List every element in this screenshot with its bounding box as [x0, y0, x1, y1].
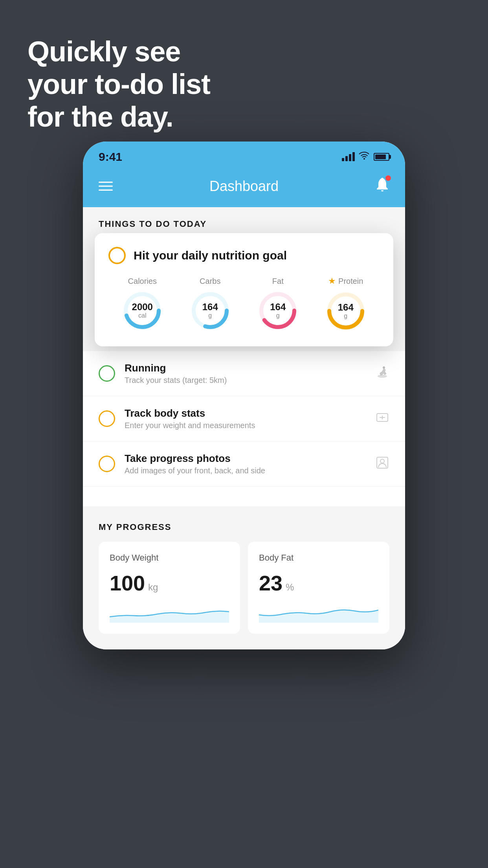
fat-unit: %: [286, 582, 294, 593]
weight-card-title: Body Weight: [110, 553, 229, 563]
todo-item-running[interactable]: Running Track your stats (target: 5km): [83, 351, 405, 396]
running-icon: [375, 365, 389, 382]
card-title: Hit your daily nutrition goal: [134, 249, 287, 262]
todo-text-bodystats: Track body stats Enter your weight and m…: [125, 407, 366, 430]
protein-label-row: ★ Protein: [328, 276, 363, 286]
nutrition-carbs: Carbs 164 g: [189, 277, 232, 332]
phone-mockup: 9:41 Dashboard: [83, 142, 405, 649]
todo-name-running: Running: [125, 362, 366, 374]
scale-icon: [375, 410, 389, 427]
weight-unit: kg: [148, 582, 158, 593]
todo-text-running: Running Track your stats (target: 5km): [125, 362, 366, 385]
todo-circle-bodystats: [99, 410, 115, 427]
fat-value-row: 23 %: [259, 571, 378, 595]
fat-chart: [259, 603, 378, 623]
notification-dot: [385, 175, 391, 181]
fat-number: 23: [259, 571, 283, 595]
status-time: 9:41: [99, 150, 122, 164]
fat-label: Fat: [272, 277, 284, 286]
todo-name-bodystats: Track body stats: [125, 407, 366, 419]
svg-point-12: [380, 459, 384, 463]
todo-item-bodystats[interactable]: Track body stats Enter your weight and m…: [83, 396, 405, 441]
person-icon: [375, 456, 389, 473]
calories-donut: 2000 cal: [121, 289, 164, 332]
fat-donut: 164 g: [256, 289, 299, 332]
todo-item-photos[interactable]: Take progress photos Add images of your …: [83, 441, 405, 487]
todo-desc-photos: Add images of your front, back, and side: [125, 466, 366, 475]
progress-title: MY PROGRESS: [99, 522, 389, 532]
weight-value-row: 100 kg: [110, 571, 229, 595]
todo-circle-nutrition[interactable]: [108, 247, 126, 264]
status-bar: 9:41: [83, 142, 405, 169]
status-icons: [342, 152, 389, 162]
protein-donut: 164 g: [324, 289, 367, 333]
header-title: Dashboard: [209, 178, 279, 195]
todo-circle-photos: [99, 456, 115, 472]
carbs-donut: 164 g: [189, 289, 232, 332]
nutrition-calories: Calories 2000 cal: [121, 277, 164, 332]
todo-text-photos: Take progress photos Add images of your …: [125, 452, 366, 475]
todo-circle-running: [99, 365, 115, 382]
weight-number: 100: [110, 571, 145, 595]
calories-label: Calories: [128, 277, 157, 286]
hero-text: Quickly see your to-do list for the day.: [28, 35, 210, 133]
battery-icon: [374, 153, 389, 161]
hero-line3: for the day.: [28, 101, 210, 133]
main-content: THINGS TO DO TODAY Hit your daily nutrit…: [83, 207, 405, 649]
nutrition-card: Hit your daily nutrition goal Calories: [95, 233, 393, 346]
progress-cards: Body Weight 100 kg Body Fat: [99, 542, 389, 634]
nutrition-protein: ★ Protein 164 g: [324, 276, 367, 333]
notification-button[interactable]: [375, 177, 389, 195]
todo-name-photos: Take progress photos: [125, 452, 366, 465]
weight-chart: [110, 603, 229, 623]
hero-line2: your to-do list: [28, 68, 210, 101]
svg-point-9: [383, 366, 385, 369]
app-header: Dashboard: [83, 169, 405, 207]
nutrition-row: Calories 2000 cal: [108, 276, 380, 333]
todo-list: Running Track your stats (target: 5km) T…: [83, 351, 405, 487]
carbs-label: Carbs: [200, 277, 220, 286]
progress-section: MY PROGRESS Body Weight 100 kg: [83, 506, 405, 649]
wifi-icon: [359, 152, 370, 162]
card-header: Hit your daily nutrition goal: [108, 247, 380, 264]
section-header-today: THINGS TO DO TODAY: [83, 207, 405, 237]
hero-line1: Quickly see: [28, 35, 210, 68]
nutrition-fat: Fat 164 g: [256, 277, 299, 332]
protein-label: Protein: [338, 277, 363, 286]
todo-desc-running: Track your stats (target: 5km): [125, 376, 366, 385]
progress-card-fat[interactable]: Body Fat 23 %: [248, 542, 389, 634]
signal-icon: [342, 153, 355, 161]
section-title-today: THINGS TO DO TODAY: [99, 219, 207, 229]
svg-point-8: [378, 375, 387, 378]
menu-button[interactable]: [99, 182, 113, 191]
todo-desc-bodystats: Enter your weight and measurements: [125, 421, 366, 430]
progress-card-weight[interactable]: Body Weight 100 kg: [99, 542, 240, 634]
fat-card-title: Body Fat: [259, 553, 378, 563]
star-icon: ★: [328, 276, 336, 286]
